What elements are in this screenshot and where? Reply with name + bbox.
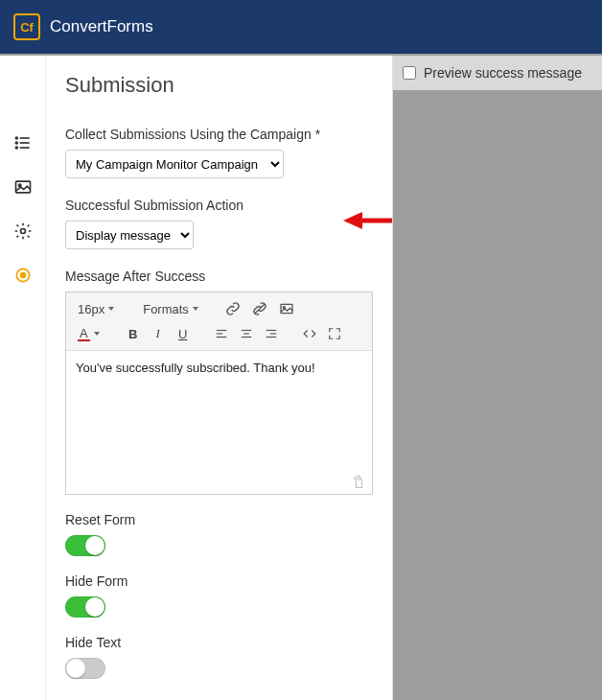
unlink-icon[interactable] xyxy=(248,298,271,319)
hide-text-toggle[interactable] xyxy=(65,658,105,679)
action-label: Successful Submission Action xyxy=(65,198,373,213)
insert-image-icon[interactable] xyxy=(275,298,298,319)
gear-icon[interactable] xyxy=(12,221,34,242)
text-color-dropdown[interactable]: A xyxy=(72,323,105,344)
reset-form-label: Reset Form xyxy=(65,512,373,527)
svg-point-10 xyxy=(20,273,25,278)
link-icon[interactable] xyxy=(221,298,244,319)
editor-toolbar: 16px Formats xyxy=(66,292,372,350)
svg-point-5 xyxy=(15,147,17,149)
italic-button[interactable]: I xyxy=(148,323,169,344)
editor-content[interactable]: You've successfully subscribed. Thank yo… xyxy=(66,350,372,494)
preview-bar: Preview success message xyxy=(393,56,602,90)
font-size-dropdown[interactable]: 16px xyxy=(72,298,120,319)
campaign-label: Collect Submissions Using the Campaign * xyxy=(65,127,373,142)
panel-title: Submission xyxy=(65,73,373,98)
align-right-icon[interactable] xyxy=(261,323,282,344)
campaign-select[interactable]: My Campaign Monitor Campaign xyxy=(65,150,284,178)
brand-name: ConvertForms xyxy=(50,17,153,36)
resize-handle-icon[interactable]: 🏷 xyxy=(351,475,367,489)
hide-text-label: Hide Text xyxy=(65,635,373,650)
app-header: Cf ConvertForms xyxy=(0,0,602,56)
rich-text-editor: 16px Formats xyxy=(65,292,373,495)
list-icon[interactable] xyxy=(12,132,34,153)
preview-success-label: Preview success message xyxy=(424,65,582,81)
action-select[interactable]: Display message xyxy=(65,221,194,249)
target-icon[interactable] xyxy=(12,265,34,286)
reset-form-toggle[interactable] xyxy=(65,535,105,556)
fullscreen-icon[interactable] xyxy=(324,323,345,344)
bold-button[interactable]: B xyxy=(123,323,144,344)
sidebar-nav xyxy=(0,56,46,700)
settings-panel: Submission Collect Submissions Using the… xyxy=(46,56,393,700)
hide-form-toggle[interactable] xyxy=(65,596,105,618)
preview-success-checkbox[interactable] xyxy=(403,66,416,80)
preview-area: Preview success message xyxy=(393,56,602,700)
formats-dropdown[interactable]: Formats xyxy=(137,298,204,319)
align-left-icon[interactable] xyxy=(211,323,232,344)
align-center-icon[interactable] xyxy=(236,323,257,344)
svg-point-8 xyxy=(20,229,25,234)
logo-icon: Cf xyxy=(13,13,40,40)
hide-form-label: Hide Form xyxy=(65,573,373,589)
svg-point-4 xyxy=(15,142,17,144)
image-icon[interactable] xyxy=(12,176,34,198)
underline-button[interactable]: U xyxy=(173,323,194,344)
message-label: Message After Success xyxy=(65,268,373,284)
svg-point-3 xyxy=(15,137,17,139)
code-view-icon[interactable] xyxy=(299,323,320,344)
